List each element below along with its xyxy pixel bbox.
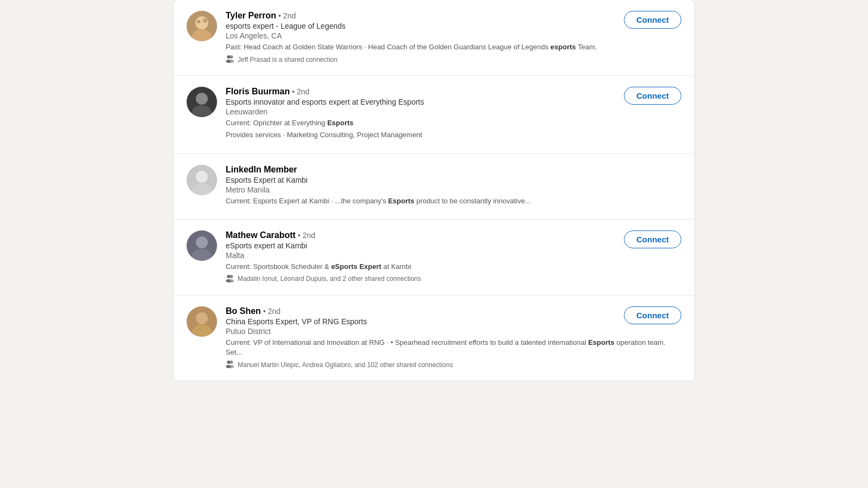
person-current-linkedin-member: Current: Esports Expert at Kambi · ...th… [226,196,681,206]
person-location-mathew-carabott: Malta [226,251,681,260]
person-item-bo-shen: Bo Shen• 2ndChina Esports Expert, VP of … [174,296,694,381]
person-item-mathew-carabott: Mathew Carabott• 2ndeSports expert at Ka… [174,220,694,296]
person-info-mathew-carabott: Mathew Carabott• 2ndeSports expert at Ka… [226,230,681,284]
svg-point-10 [196,93,208,105]
connect-button-bo-shen[interactable]: Connect [624,306,681,324]
svg-point-28 [229,365,234,368]
person-title-linkedin-member: Esports Expert at Kambi [226,176,681,184]
shared-connections-text-mathew-carabott: Madalin Ionut, Léonard Dupuis, and 2 oth… [238,275,421,282]
connect-button-floris-buurman[interactable]: Connect [624,87,681,105]
search-results-card: Tyler Perron• 2ndesports expert - League… [174,0,694,381]
person-name-tyler-perron[interactable]: Tyler Perron [226,11,276,21]
avatar-tyler-perron [187,11,217,41]
svg-point-26 [230,361,233,364]
svg-point-3 [197,20,200,23]
shared-connections-tyler-perron: Jeff Prasad is a shared connection [226,54,681,65]
person-info-linkedin-member: LinkedIn MemberEsports Expert at KambiMe… [226,165,681,208]
person-title-bo-shen: China Esports Expert, VP of RNG Esports [226,317,681,326]
person-current-tyler-perron: Past: Head Coach at Golden State Warrior… [226,42,681,52]
name-row-floris-buurman: Floris Buurman• 2nd [226,87,681,97]
person-name-floris-buurman[interactable]: Floris Buurman [226,87,290,97]
person-degree-bo-shen: • 2nd [263,307,280,316]
person-degree-floris-buurman: • 2nd [292,87,309,96]
shared-connections-icon [226,54,234,65]
person-degree-mathew-carabott: • 2nd [298,231,315,240]
avatar-linkedin-member [187,165,217,195]
person-name-linkedin-member[interactable]: LinkedIn Member [226,165,297,175]
svg-point-19 [230,275,233,278]
connect-button-mathew-carabott[interactable]: Connect [624,230,681,248]
avatar-mathew-carabott [187,230,217,261]
svg-point-1 [195,16,208,29]
person-location-linkedin-member: Metro Manila [226,185,681,194]
shared-connections-text-tyler-perron: Jeff Prasad is a shared connection [238,56,337,63]
person-degree-tyler-perron: • 2nd [278,11,296,20]
person-location-floris-buurman: Leeuwarden [226,107,681,116]
name-row-linkedin-member: LinkedIn Member [226,165,681,175]
person-current-floris-buurman: Current: Oprichter at Everything Esports [226,118,681,128]
person-item-tyler-perron: Tyler Perron• 2ndesports expert - League… [174,0,694,76]
person-title-floris-buurman: Esports innovator and esports expert at … [226,98,681,106]
person-location-bo-shen: Putuo District [226,327,681,336]
shared-connections-icon [226,274,234,284]
avatar-floris-buurman [187,87,217,117]
person-item-floris-buurman: Floris Buurman• 2ndEsports innovator and… [174,76,694,153]
person-current-mathew-carabott: Current: Sportsbook Scheduler & eSports … [226,262,681,272]
person-info-tyler-perron: Tyler Perron• 2ndesports expert - League… [226,11,681,65]
svg-point-16 [196,236,208,248]
person-current2-floris-buurman: Provides services · Marketing Consulting… [226,130,681,140]
person-location-tyler-perron: Los Angeles, CA [226,31,681,40]
shared-connections-icon [226,359,234,370]
shared-connections-text-bo-shen: Manuel Martin Ulepic, Andrea Oglialoro, … [238,361,453,369]
person-name-bo-shen[interactable]: Bo Shen [226,306,261,316]
svg-point-21 [229,279,234,282]
avatar-bo-shen [187,306,217,337]
person-info-bo-shen: Bo Shen• 2ndChina Esports Expert, VP of … [226,306,681,370]
name-row-mathew-carabott: Mathew Carabott• 2nd [226,230,681,240]
person-item-linkedin-member: LinkedIn MemberEsports Expert at KambiMe… [174,154,694,220]
svg-point-23 [196,312,208,324]
name-row-tyler-perron: Tyler Perron• 2nd [226,11,681,21]
person-info-floris-buurman: Floris Buurman• 2ndEsports innovator and… [226,87,681,142]
person-name-mathew-carabott[interactable]: Mathew Carabott [226,230,296,240]
person-title-tyler-perron: esports expert - League of Legends [226,22,681,30]
shared-connections-bo-shen: Manuel Martin Ulepic, Andrea Oglialoro, … [226,359,681,370]
person-title-mathew-carabott: eSports expert at Kambi [226,241,681,250]
shared-connections-mathew-carabott: Madalin Ionut, Léonard Dupuis, and 2 oth… [226,274,681,284]
svg-point-4 [203,18,207,23]
svg-point-8 [229,60,234,63]
svg-point-13 [196,171,208,183]
name-row-bo-shen: Bo Shen• 2nd [226,306,681,316]
connect-button-tyler-perron[interactable]: Connect [624,11,681,29]
svg-point-6 [230,55,233,59]
person-current-bo-shen: Current: VP of International and Innovat… [226,338,681,357]
